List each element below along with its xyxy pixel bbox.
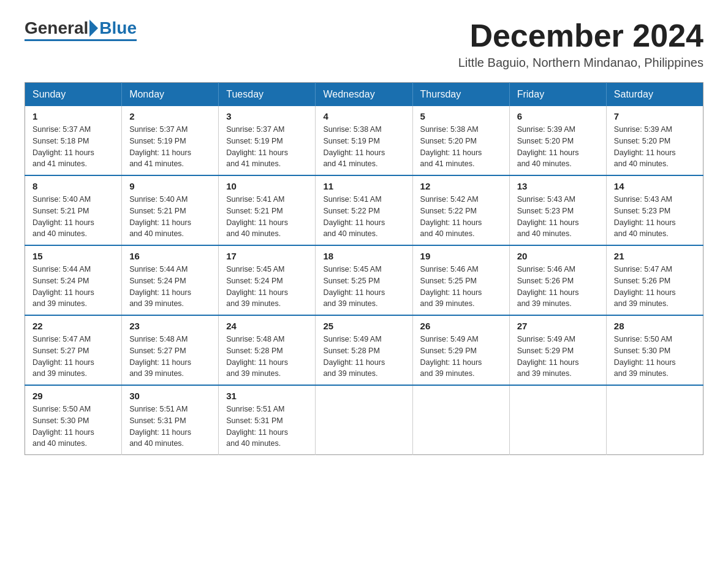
day-number: 13 [517, 181, 599, 191]
calendar-cell: 18Sunrise: 5:45 AMSunset: 5:25 PMDayligh… [316, 245, 412, 315]
weekday-header-friday: Friday [509, 83, 606, 107]
day-number: 12 [420, 181, 502, 191]
day-number: 23 [129, 321, 211, 331]
day-number: 20 [517, 251, 599, 261]
calendar-week-row: 29Sunrise: 5:50 AMSunset: 5:30 PMDayligh… [25, 385, 703, 455]
day-info: Sunrise: 5:46 AMSunset: 5:25 PMDaylight:… [420, 264, 502, 310]
day-info: Sunrise: 5:50 AMSunset: 5:30 PMDaylight:… [32, 404, 114, 450]
calendar-cell: 14Sunrise: 5:43 AMSunset: 5:23 PMDayligh… [606, 175, 703, 245]
calendar-cell: 5Sunrise: 5:38 AMSunset: 5:20 PMDaylight… [412, 106, 509, 175]
calendar-cell: 30Sunrise: 5:51 AMSunset: 5:31 PMDayligh… [122, 385, 219, 455]
calendar-cell: 27Sunrise: 5:49 AMSunset: 5:29 PMDayligh… [509, 315, 606, 385]
day-number: 24 [226, 321, 308, 331]
weekday-header-row: SundayMondayTuesdayWednesdayThursdayFrid… [25, 83, 703, 107]
calendar-cell: 13Sunrise: 5:43 AMSunset: 5:23 PMDayligh… [509, 175, 606, 245]
day-number: 27 [517, 321, 599, 331]
day-number: 5 [420, 111, 502, 121]
day-number: 3 [226, 111, 308, 121]
calendar-cell: 12Sunrise: 5:42 AMSunset: 5:22 PMDayligh… [412, 175, 509, 245]
calendar-cell: 19Sunrise: 5:46 AMSunset: 5:25 PMDayligh… [412, 245, 509, 315]
day-number: 29 [32, 391, 114, 401]
logo-triangle-icon [89, 20, 98, 37]
day-number: 22 [32, 321, 114, 331]
calendar-cell: 31Sunrise: 5:51 AMSunset: 5:31 PMDayligh… [219, 385, 316, 455]
weekday-header-monday: Monday [122, 83, 219, 107]
day-info: Sunrise: 5:49 AMSunset: 5:29 PMDaylight:… [420, 334, 502, 380]
calendar-cell: 29Sunrise: 5:50 AMSunset: 5:30 PMDayligh… [25, 385, 122, 455]
day-number: 1 [32, 111, 114, 121]
day-info: Sunrise: 5:38 AMSunset: 5:19 PMDaylight:… [323, 124, 404, 170]
calendar-cell: 28Sunrise: 5:50 AMSunset: 5:30 PMDayligh… [606, 315, 703, 385]
day-number: 10 [226, 181, 308, 191]
calendar-cell [412, 385, 509, 455]
day-info: Sunrise: 5:49 AMSunset: 5:29 PMDaylight:… [517, 334, 599, 380]
logo-text: General Blue [25, 18, 137, 38]
day-number: 19 [420, 251, 502, 261]
day-info: Sunrise: 5:44 AMSunset: 5:24 PMDaylight:… [129, 264, 211, 310]
day-number: 25 [323, 321, 404, 331]
day-info: Sunrise: 5:41 AMSunset: 5:21 PMDaylight:… [226, 194, 308, 240]
day-info: Sunrise: 5:37 AMSunset: 5:19 PMDaylight:… [129, 124, 211, 170]
calendar-cell: 9Sunrise: 5:40 AMSunset: 5:21 PMDaylight… [122, 175, 219, 245]
day-info: Sunrise: 5:50 AMSunset: 5:30 PMDaylight:… [614, 334, 696, 380]
weekday-header-wednesday: Wednesday [316, 83, 412, 107]
logo-underline [25, 39, 137, 41]
calendar-cell: 21Sunrise: 5:47 AMSunset: 5:26 PMDayligh… [606, 245, 703, 315]
calendar-week-row: 1Sunrise: 5:37 AMSunset: 5:18 PMDaylight… [25, 106, 703, 175]
day-info: Sunrise: 5:48 AMSunset: 5:27 PMDaylight:… [129, 334, 211, 380]
day-number: 28 [614, 321, 696, 331]
calendar-cell: 20Sunrise: 5:46 AMSunset: 5:26 PMDayligh… [509, 245, 606, 315]
calendar-cell: 15Sunrise: 5:44 AMSunset: 5:24 PMDayligh… [25, 245, 122, 315]
calendar-cell: 22Sunrise: 5:47 AMSunset: 5:27 PMDayligh… [25, 315, 122, 385]
calendar-cell [316, 385, 412, 455]
day-info: Sunrise: 5:40 AMSunset: 5:21 PMDaylight:… [32, 194, 114, 240]
day-info: Sunrise: 5:38 AMSunset: 5:20 PMDaylight:… [420, 124, 502, 170]
calendar-cell: 4Sunrise: 5:38 AMSunset: 5:19 PMDaylight… [316, 106, 412, 175]
day-number: 26 [420, 321, 502, 331]
calendar-cell: 7Sunrise: 5:39 AMSunset: 5:20 PMDaylight… [606, 106, 703, 175]
day-info: Sunrise: 5:37 AMSunset: 5:19 PMDaylight:… [226, 124, 308, 170]
day-number: 21 [614, 251, 696, 261]
day-number: 30 [129, 391, 211, 401]
calendar-cell: 8Sunrise: 5:40 AMSunset: 5:21 PMDaylight… [25, 175, 122, 245]
weekday-header-tuesday: Tuesday [219, 83, 316, 107]
calendar-cell: 24Sunrise: 5:48 AMSunset: 5:28 PMDayligh… [219, 315, 316, 385]
weekday-header-thursday: Thursday [412, 83, 509, 107]
calendar-cell: 10Sunrise: 5:41 AMSunset: 5:21 PMDayligh… [219, 175, 316, 245]
calendar-week-row: 15Sunrise: 5:44 AMSunset: 5:24 PMDayligh… [25, 245, 703, 315]
weekday-header-sunday: Sunday [25, 83, 122, 107]
day-info: Sunrise: 5:51 AMSunset: 5:31 PMDaylight:… [129, 404, 211, 450]
day-info: Sunrise: 5:48 AMSunset: 5:28 PMDaylight:… [226, 334, 308, 380]
day-info: Sunrise: 5:49 AMSunset: 5:28 PMDaylight:… [323, 334, 404, 380]
day-number: 16 [129, 251, 211, 261]
day-number: 8 [32, 181, 114, 191]
day-info: Sunrise: 5:47 AMSunset: 5:26 PMDaylight:… [614, 264, 696, 310]
calendar-cell: 11Sunrise: 5:41 AMSunset: 5:22 PMDayligh… [316, 175, 412, 245]
day-number: 7 [614, 111, 696, 121]
calendar-cell: 1Sunrise: 5:37 AMSunset: 5:18 PMDaylight… [25, 106, 122, 175]
calendar-cell: 25Sunrise: 5:49 AMSunset: 5:28 PMDayligh… [316, 315, 412, 385]
calendar-table: SundayMondayTuesdayWednesdayThursdayFrid… [25, 82, 703, 455]
calendar-cell [509, 385, 606, 455]
day-info: Sunrise: 5:41 AMSunset: 5:22 PMDaylight:… [323, 194, 404, 240]
title-area: December 2024 Little Baguio, Northern Mi… [458, 18, 703, 70]
calendar-cell: 16Sunrise: 5:44 AMSunset: 5:24 PMDayligh… [122, 245, 219, 315]
day-number: 15 [32, 251, 114, 261]
day-info: Sunrise: 5:44 AMSunset: 5:24 PMDaylight:… [32, 264, 114, 310]
day-number: 11 [323, 181, 404, 191]
day-info: Sunrise: 5:51 AMSunset: 5:31 PMDaylight:… [226, 404, 308, 450]
day-number: 6 [517, 111, 599, 121]
day-info: Sunrise: 5:45 AMSunset: 5:24 PMDaylight:… [226, 264, 308, 310]
day-info: Sunrise: 5:43 AMSunset: 5:23 PMDaylight:… [614, 194, 696, 240]
day-number: 18 [323, 251, 404, 261]
calendar-cell: 23Sunrise: 5:48 AMSunset: 5:27 PMDayligh… [122, 315, 219, 385]
day-info: Sunrise: 5:39 AMSunset: 5:20 PMDaylight:… [614, 124, 696, 170]
logo: General Blue [25, 18, 137, 41]
day-info: Sunrise: 5:37 AMSunset: 5:18 PMDaylight:… [32, 124, 114, 170]
weekday-header-saturday: Saturday [606, 83, 703, 107]
day-info: Sunrise: 5:46 AMSunset: 5:26 PMDaylight:… [517, 264, 599, 310]
day-number: 9 [129, 181, 211, 191]
logo-general-text: General [25, 18, 88, 38]
page-header: General Blue December 2024 Little Baguio… [25, 18, 703, 70]
day-number: 4 [323, 111, 404, 121]
